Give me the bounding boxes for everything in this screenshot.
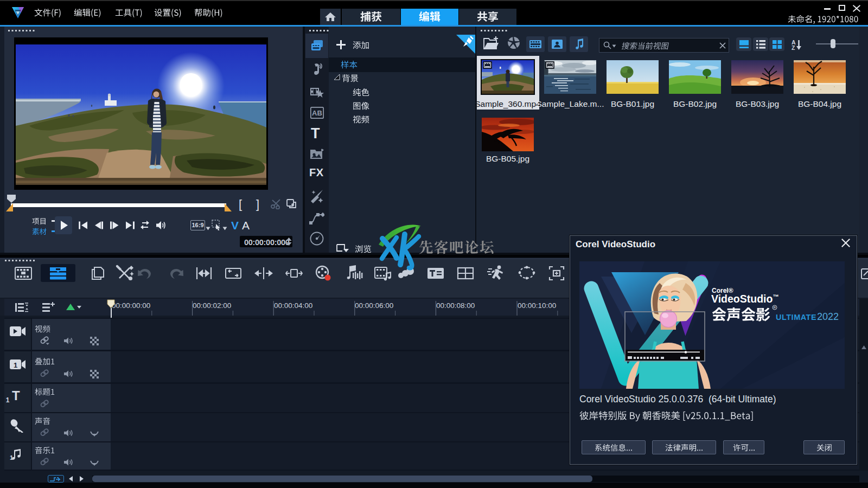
svg-text:ULTIMATE: ULTIMATE [776, 313, 816, 322]
svg-text:Z: Z [792, 44, 795, 50]
svg-text:2022: 2022 [817, 311, 839, 322]
svg-text:R: R [774, 306, 776, 309]
svg-text:AB: AB [312, 109, 322, 117]
svg-text:1: 1 [14, 361, 17, 369]
svg-text:1: 1 [10, 454, 13, 461]
